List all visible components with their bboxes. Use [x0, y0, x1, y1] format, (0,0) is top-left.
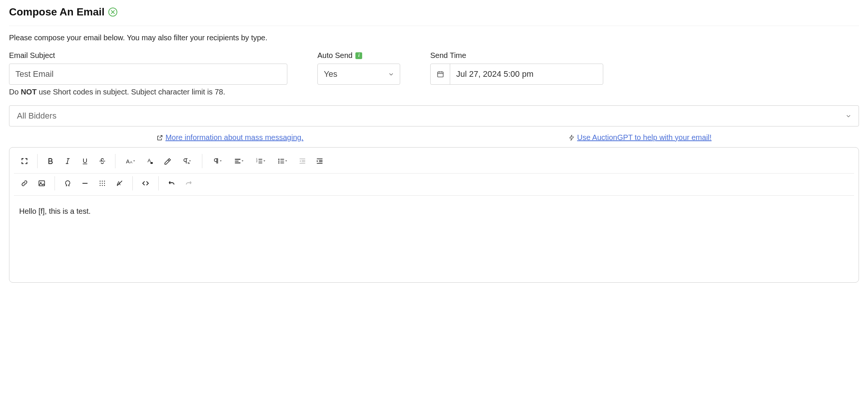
code-icon: [142, 180, 149, 187]
indent-button[interactable]: [311, 154, 328, 169]
clear-formatting-button[interactable]: A: [111, 176, 128, 191]
sendtime-label: Send Time: [430, 51, 603, 60]
svg-point-15: [150, 162, 153, 164]
svg-point-42: [102, 181, 103, 182]
svg-point-25: [278, 160, 279, 161]
separator: [55, 176, 55, 190]
horizontal-rule-icon: [81, 180, 89, 187]
svg-text:A: A: [130, 160, 132, 164]
bold-button[interactable]: [42, 154, 59, 169]
insert-image-button[interactable]: [33, 176, 50, 191]
underline-button[interactable]: [77, 154, 93, 169]
insert-table-button[interactable]: [94, 176, 111, 191]
unordered-list-icon: [278, 157, 288, 165]
horizontal-rule-button[interactable]: [77, 176, 93, 191]
clear-format-icon: A: [116, 180, 123, 187]
italic-icon: [64, 157, 71, 165]
svg-point-48: [102, 185, 103, 186]
external-link-icon: [156, 134, 163, 141]
font-size-button[interactable]: AA: [120, 154, 141, 169]
strikethrough-icon: [99, 157, 106, 165]
align-button[interactable]: [229, 154, 250, 169]
highlight-button[interactable]: [159, 154, 176, 169]
recipients-row: All Bidders: [9, 105, 859, 126]
bold-icon: [47, 157, 54, 165]
svg-point-24: [278, 159, 279, 160]
image-icon: [38, 180, 46, 187]
svg-text:A: A: [126, 158, 130, 164]
mass-messaging-link-group: More information about mass messaging.: [156, 133, 303, 142]
special-char-button[interactable]: [59, 176, 76, 191]
rich-text-editor: AA A 12: [9, 147, 859, 283]
code-view-button[interactable]: [137, 176, 154, 191]
undo-button[interactable]: [163, 176, 180, 191]
autosend-label: Auto Send i: [317, 51, 400, 60]
toolbar-row-2: A: [14, 174, 854, 195]
autosend-select[interactable]: Yes: [317, 64, 400, 85]
svg-point-26: [278, 162, 279, 163]
svg-point-49: [104, 185, 105, 186]
separator: [132, 176, 133, 190]
calendar-icon: [437, 70, 444, 78]
align-icon: [234, 157, 244, 165]
fullscreen-button[interactable]: [16, 154, 33, 169]
svg-point-45: [102, 183, 103, 184]
autosend-value: Yes: [324, 69, 337, 79]
text-color-icon: A: [146, 157, 154, 165]
font-size-icon: AA: [126, 157, 135, 165]
outdent-button: [294, 154, 311, 169]
separator: [37, 154, 38, 168]
table-icon: [99, 180, 106, 187]
page-title: Compose An Email: [9, 6, 105, 18]
svg-point-43: [104, 181, 105, 182]
calendar-icon-box: [431, 64, 450, 84]
close-button[interactable]: [108, 8, 117, 17]
redo-button: [181, 176, 197, 191]
editor-content-area[interactable]: Hello [f], this is a test.: [9, 196, 859, 282]
unordered-list-button[interactable]: [272, 154, 293, 169]
underline-icon: [81, 157, 89, 165]
svg-text:2: 2: [256, 160, 258, 163]
paragraph-format-button[interactable]: [176, 154, 197, 169]
editor-text: Hello [f], this is a test.: [19, 207, 91, 215]
insert-link-button[interactable]: [16, 176, 33, 191]
svg-rect-38: [39, 181, 45, 186]
separator: [115, 154, 115, 168]
svg-point-44: [100, 183, 101, 184]
svg-line-6: [159, 135, 162, 138]
separator: [202, 154, 202, 168]
field-autosend: Auto Send i Yes: [317, 51, 400, 96]
omega-icon: [64, 180, 71, 187]
svg-point-41: [100, 181, 101, 182]
svg-point-46: [104, 183, 105, 184]
sendtime-input[interactable]: Jul 27, 2024 5:00 pm: [430, 64, 603, 85]
separator: [158, 176, 159, 190]
undo-icon: [168, 180, 175, 187]
auctiongpt-link-group: Use AuctionGPT to help with your email!: [568, 133, 712, 142]
svg-line-7: [67, 158, 68, 163]
instructions-text: Please compose your email below. You may…: [9, 33, 859, 42]
close-icon: [111, 10, 115, 14]
editor-toolbar: AA A 12: [9, 148, 859, 195]
field-subject: Email Subject Do NOT use Short codes in …: [9, 51, 287, 96]
mass-messaging-link[interactable]: More information about mass messaging.: [165, 133, 303, 142]
auctiongpt-link[interactable]: Use AuctionGPT to help with your email!: [577, 133, 712, 142]
paragraph-style-button[interactable]: [207, 154, 228, 169]
toolbar-row-1: AA A 12: [14, 151, 854, 174]
subject-label: Email Subject: [9, 51, 287, 60]
info-icon[interactable]: i: [355, 52, 362, 59]
subject-input[interactable]: [9, 64, 287, 85]
svg-rect-2: [437, 72, 443, 77]
form-row: Email Subject Do NOT use Short codes in …: [9, 51, 859, 96]
text-color-button[interactable]: A: [142, 154, 158, 169]
strikethrough-button[interactable]: [94, 154, 111, 169]
redo-icon: [185, 180, 193, 187]
ordered-list-button[interactable]: 12: [250, 154, 272, 169]
highlight-icon: [164, 157, 171, 165]
page-header: Compose An Email: [9, 6, 859, 26]
italic-button[interactable]: [59, 154, 76, 169]
recipients-value: All Bidders: [17, 111, 56, 121]
pilcrow-icon: [212, 157, 222, 165]
recipients-select[interactable]: All Bidders: [9, 105, 859, 126]
lightning-icon: [568, 134, 575, 141]
